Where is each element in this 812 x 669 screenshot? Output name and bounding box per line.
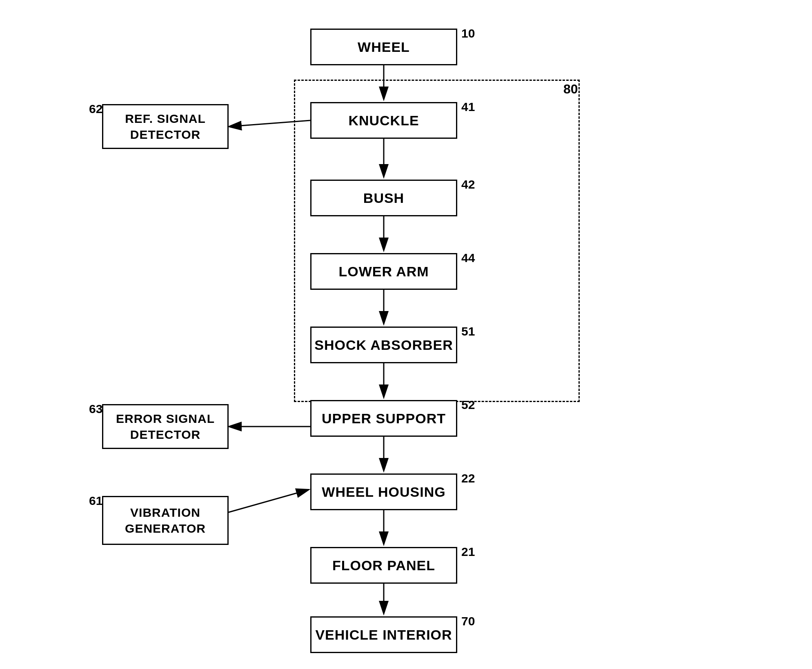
knuckle-box: KNUCKLE [310,102,457,139]
vibration-generator-id: 61 [89,494,102,508]
svg-line-12 [229,490,308,512]
vehicle-interior-id: 70 [461,614,475,628]
knuckle-label: KNUCKLE [348,113,419,129]
shock-absorber-label: SHOCK ABSORBER [314,337,453,353]
shock-absorber-box: SHOCK ABSORBER [310,327,457,363]
wheel-box: WHEEL [310,29,457,65]
lower-arm-label: LOWER ARM [338,264,429,280]
error-signal-detector-box: ERROR SIGNAL DETECTOR [102,404,229,449]
wheel-id: 10 [461,27,475,40]
shock-absorber-id: 51 [461,324,475,338]
error-signal-detector-label: ERROR SIGNAL DETECTOR [116,411,215,442]
diagram-container: 80 WHEEL 10 KNUCKLE 41 BUSH 42 LOWER ARM… [0,0,812,669]
bush-label: BUSH [363,190,404,206]
bush-id: 42 [461,178,475,191]
vibration-generator-label: VIBRATION GENERATOR [125,505,206,536]
lower-arm-id: 44 [461,251,475,265]
bush-box: BUSH [310,180,457,216]
dashed-region-label: 80 [563,82,578,97]
ref-signal-detector-label: REF. SIGNAL DETECTOR [125,111,206,142]
vehicle-interior-label: VEHICLE INTERIOR [315,627,452,643]
wheel-housing-label: WHEEL HOUSING [322,484,445,500]
error-signal-detector-id: 63 [89,402,102,416]
floor-panel-box: FLOOR PANEL [310,547,457,584]
floor-panel-id: 21 [461,545,475,559]
wheel-housing-box: WHEEL HOUSING [310,473,457,510]
wheel-label: WHEEL [358,39,410,55]
wheel-housing-id: 22 [461,471,475,485]
ref-signal-detector-id: 62 [89,102,102,116]
vibration-generator-box: VIBRATION GENERATOR [102,496,229,545]
knuckle-id: 41 [461,100,475,114]
ref-signal-detector-box: REF. SIGNAL DETECTOR [102,104,229,149]
floor-panel-label: FLOOR PANEL [332,558,435,573]
upper-support-label: UPPER SUPPORT [322,411,446,427]
vehicle-interior-box: VEHICLE INTERIOR [310,616,457,653]
upper-support-box: UPPER SUPPORT [310,400,457,437]
upper-support-id: 52 [461,398,475,412]
lower-arm-box: LOWER ARM [310,253,457,290]
